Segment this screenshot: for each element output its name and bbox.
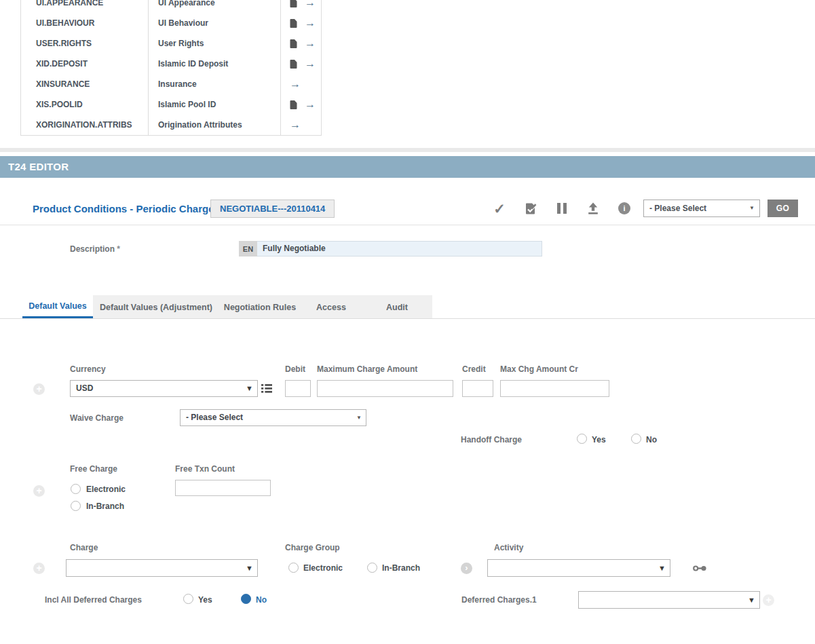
document-icon[interactable] xyxy=(290,0,297,7)
description-label: Description * xyxy=(70,244,120,254)
record-name-cell: Insurance xyxy=(149,74,281,94)
upload-icon[interactable] xyxy=(586,202,600,215)
waive-charge-select[interactable]: - Please Select ▼ xyxy=(180,409,366,426)
tab-default-values[interactable]: Default Values xyxy=(22,295,93,319)
charge-group-inbranch-label[interactable]: In-Branch xyxy=(382,563,420,573)
commit-check-icon[interactable]: ✓ xyxy=(493,202,506,215)
hold-pause-icon[interactable] xyxy=(555,202,569,215)
record-code-cell: XINSURANCE xyxy=(21,74,149,94)
browse-table-body: UI.APPEARANCEUI Appearance→UI.BEHAVIOURU… xyxy=(21,0,321,135)
info-icon[interactable]: i xyxy=(618,202,631,215)
deferred-no-radio[interactable] xyxy=(241,594,251,604)
currency-select-value: USD xyxy=(76,383,93,393)
record-name-cell: Origination Attributes xyxy=(149,115,281,135)
list-lookup-icon[interactable] xyxy=(261,383,272,394)
record-code-cell: USER.RIGHTS xyxy=(21,33,149,54)
open-arrow-icon[interactable]: → xyxy=(290,119,301,130)
record-name-cell: Islamic ID Deposit xyxy=(149,54,281,74)
chevron-down-icon: ▼ xyxy=(658,560,666,576)
open-arrow-icon[interactable]: → xyxy=(305,0,316,8)
document-icon[interactable] xyxy=(290,39,297,48)
charge-group-electronic-label[interactable]: Electronic xyxy=(303,563,343,573)
credit-input[interactable] xyxy=(462,380,493,397)
charge-group-inbranch-radio[interactable] xyxy=(367,563,377,573)
record-name-cell: UI Behaviour xyxy=(149,13,281,33)
tab-access[interactable]: Access xyxy=(301,295,362,319)
handoff-no-label[interactable]: No xyxy=(646,435,657,444)
document-icon[interactable] xyxy=(290,19,297,28)
free-charge-inbranch-label[interactable]: In-Branch xyxy=(86,501,124,511)
debit-input[interactable] xyxy=(285,380,311,397)
chevron-down-icon: ▼ xyxy=(246,560,253,576)
activity-select[interactable]: ▼ xyxy=(487,559,670,577)
handoff-yes-label[interactable]: Yes xyxy=(592,435,606,444)
deferred-yes-radio[interactable] xyxy=(183,594,193,604)
free-charge-electronic-radio[interactable] xyxy=(71,484,81,494)
tab-negotiation-rules[interactable]: Negotiation Rules xyxy=(219,295,301,319)
description-input[interactable]: Fully Negotiable xyxy=(257,241,542,257)
tab-bar: Default ValuesDefault Values (Adjustment… xyxy=(22,295,432,319)
currency-select[interactable]: USD ▼ xyxy=(70,380,258,397)
waive-charge-select-value: - Please Select xyxy=(186,413,243,422)
tab-default-values-adjustment[interactable]: Default Values (Adjustment) xyxy=(93,295,219,319)
add-row-icon[interactable]: + xyxy=(33,563,45,574)
add-row-icon[interactable]: + xyxy=(33,383,45,395)
table-row: USER.RIGHTSUser Rights→ xyxy=(21,33,321,54)
free-charge-label: Free Charge xyxy=(70,464,117,474)
record-name-cell: UI Appearance xyxy=(149,0,281,13)
handoff-charge-label: Handoff Charge xyxy=(461,435,522,444)
record-actions-cell: → xyxy=(281,33,321,54)
table-row: UI.BEHAVIOURUI Behaviour→ xyxy=(21,13,321,33)
description-field-group: EN Fully Negotiable xyxy=(239,241,542,257)
check-glyph: ✓ xyxy=(493,202,506,216)
link-icon[interactable] xyxy=(693,565,707,572)
deferred-charges-1-select[interactable]: ▼ xyxy=(578,591,760,609)
expand-chevron-icon[interactable]: › xyxy=(461,563,472,574)
record-code-cell: UI.APPEARANCE xyxy=(21,0,149,13)
maximum-charge-amount-input[interactable] xyxy=(317,380,453,397)
record-actions-cell: → xyxy=(281,74,321,94)
handoff-yes-radio[interactable] xyxy=(577,434,587,444)
action-select[interactable]: - Please Select ▼ xyxy=(643,200,760,217)
handoff-no-radio[interactable] xyxy=(631,434,641,444)
record-code-cell: XORIGINATION.ATTRIBS xyxy=(21,115,149,135)
go-button[interactable]: GO xyxy=(767,200,798,217)
table-row: UI.APPEARANCEUI Appearance→ xyxy=(21,0,321,13)
charge-select[interactable]: ▼ xyxy=(66,559,258,577)
validate-document-icon[interactable] xyxy=(524,202,537,215)
credit-label: Credit xyxy=(462,364,486,374)
open-arrow-icon[interactable]: → xyxy=(305,99,316,110)
waive-charge-label: Waive Charge xyxy=(70,413,124,423)
free-charge-electronic-label[interactable]: Electronic xyxy=(86,485,126,494)
record-actions-cell: → xyxy=(281,13,321,33)
max-chg-amount-cr-input[interactable] xyxy=(500,380,609,397)
add-deferred-charge-icon[interactable]: + xyxy=(763,594,774,606)
language-tag: EN xyxy=(239,241,257,257)
table-row: XINSURANCEInsurance→ xyxy=(21,74,321,94)
debit-label: Debit xyxy=(285,364,305,374)
open-arrow-icon[interactable]: → xyxy=(305,38,316,49)
free-txn-count-label: Free Txn Count xyxy=(175,464,235,474)
add-row-icon[interactable]: + xyxy=(33,485,45,497)
free-txn-count-input[interactable] xyxy=(175,480,271,496)
record-actions-cell: → xyxy=(281,115,321,135)
record-id-badge: NEGOTIABLE---20110414 xyxy=(210,200,335,218)
incl-all-deferred-charges-label: Incl All Deferred Charges xyxy=(45,595,142,605)
document-icon[interactable] xyxy=(290,100,297,109)
open-arrow-icon[interactable]: → xyxy=(305,18,316,29)
info-glyph: i xyxy=(618,202,630,214)
open-arrow-icon[interactable]: → xyxy=(290,79,301,90)
record-code-cell: XIS.POOLID xyxy=(21,94,149,115)
tab-audit[interactable]: Audit xyxy=(362,295,432,319)
deferred-yes-label[interactable]: Yes xyxy=(198,595,212,605)
activity-label: Activity xyxy=(494,543,523,552)
free-charge-inbranch-radio[interactable] xyxy=(71,501,81,511)
charge-group-electronic-radio[interactable] xyxy=(288,563,299,573)
tabs-divider xyxy=(0,318,815,319)
record-name-cell: Islamic Pool ID xyxy=(149,94,281,115)
deferred-no-label[interactable]: No xyxy=(256,595,267,605)
chevron-down-icon: ▼ xyxy=(246,381,253,396)
open-arrow-icon[interactable]: → xyxy=(305,58,316,69)
chevron-down-icon: ▼ xyxy=(749,200,755,216)
document-icon[interactable] xyxy=(290,60,297,69)
